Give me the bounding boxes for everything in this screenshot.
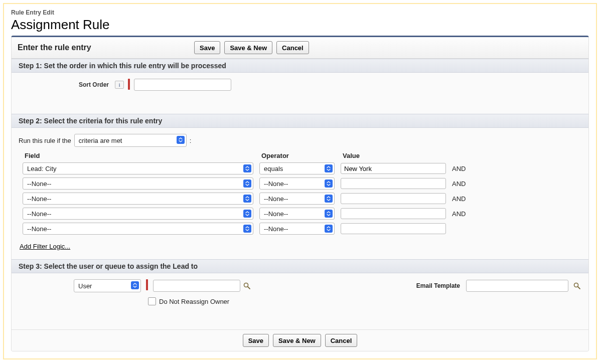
criteria-operator-select[interactable]: equals: [259, 162, 335, 174]
magnifier-icon[interactable]: [242, 281, 251, 290]
select-caret-icon: [243, 179, 251, 188]
step2-body: Run this rule if the criteria are met : …: [12, 128, 588, 259]
svg-line-3: [578, 287, 580, 289]
select-caret-icon: [243, 210, 251, 218]
column-field-header: Field: [23, 152, 253, 159]
svg-point-2: [574, 283, 578, 287]
criteria-operator-value: --None--: [264, 225, 288, 233]
criteria-headers: Field Operator Value: [19, 152, 581, 159]
logic-and: AND: [452, 195, 482, 203]
step1-body: Sort Order i: [12, 73, 588, 114]
required-indicator: [128, 79, 130, 90]
step2-header: Step 2: Select the criteria for this rul…: [12, 114, 588, 128]
select-caret-icon: [325, 210, 333, 218]
criteria-row: --None-- --None-- AND: [19, 193, 581, 205]
save-and-new-button-footer[interactable]: Save & New: [273, 334, 321, 347]
column-value-header: Value: [341, 152, 446, 159]
criteria-field-value: --None--: [27, 195, 51, 203]
assignment-rule-panel: Enter the rule entry Save Save & New Can…: [11, 36, 589, 351]
run-rule-prefix: Run this rule if the: [19, 137, 71, 144]
criteria-operator-select[interactable]: --None--: [259, 193, 335, 205]
sort-order-label: Sort Order: [79, 81, 109, 88]
svg-line-1: [248, 287, 250, 289]
criteria-field-select[interactable]: --None--: [23, 208, 253, 220]
page-title: Assignment Rule: [11, 17, 589, 33]
run-mode-value: criteria are met: [79, 137, 122, 144]
logic-and: AND: [452, 210, 482, 218]
sort-order-input[interactable]: [134, 79, 231, 91]
criteria-field-select[interactable]: --None--: [23, 193, 253, 205]
required-indicator: [146, 279, 148, 290]
cancel-button-footer[interactable]: Cancel: [325, 334, 358, 347]
magnifier-icon[interactable]: [572, 281, 581, 290]
step3-assign-row: User Email Template: [74, 279, 581, 292]
select-caret-icon: [325, 225, 333, 233]
criteria-row: --None-- --None-- AND: [19, 208, 581, 220]
assign-type-value: User: [78, 282, 92, 290]
save-button[interactable]: Save: [194, 41, 220, 54]
criteria-field-value: Lead: City: [27, 165, 57, 172]
select-caret-icon: [131, 281, 139, 289]
criteria-field-select[interactable]: --None--: [23, 223, 253, 235]
svg-point-0: [244, 283, 248, 287]
add-filter-logic-link[interactable]: Add Filter Logic...: [20, 243, 70, 250]
step3-header: Step 3: Select the user or queue to assi…: [12, 259, 588, 273]
criteria-field-select[interactable]: Lead: City: [23, 162, 253, 174]
criteria-operator-value: --None--: [264, 195, 288, 203]
criteria-operator-select[interactable]: --None--: [259, 223, 335, 235]
select-caret-icon: [325, 164, 333, 172]
criteria-field-value: --None--: [27, 180, 51, 188]
column-operator-header: Operator: [259, 152, 335, 159]
criteria-value-input[interactable]: [341, 178, 446, 189]
select-caret-icon: [325, 179, 333, 188]
criteria-row: --None-- --None--: [19, 223, 581, 235]
criteria-operator-select[interactable]: --None--: [259, 177, 335, 190]
save-button-footer[interactable]: Save: [243, 334, 269, 347]
criteria-field-select[interactable]: --None--: [23, 177, 253, 190]
select-caret-icon: [243, 195, 251, 203]
panel-title: Enter the rule entry: [18, 43, 188, 52]
breadcrumb: Rule Entry Edit: [11, 9, 589, 16]
criteria-value-input[interactable]: [341, 193, 446, 204]
criteria-row: --None-- --None-- AND: [19, 177, 581, 190]
criteria-row: Lead: City equals AND: [19, 162, 581, 174]
assign-value-input[interactable]: [153, 280, 240, 292]
do-not-reassign-row: Do Not Reassign Owner: [148, 297, 581, 320]
run-rule-row: Run this rule if the criteria are met :: [19, 134, 581, 147]
criteria-operator-value: --None--: [264, 180, 288, 188]
logic-and: AND: [452, 180, 482, 188]
criteria-operator-value: --None--: [264, 210, 288, 218]
info-icon[interactable]: i: [115, 81, 124, 89]
save-and-new-button[interactable]: Save & New: [224, 41, 272, 54]
select-caret-icon: [243, 225, 251, 233]
assign-value-group: [153, 280, 251, 292]
step3-body: User Email Template: [12, 273, 588, 329]
assign-type-select[interactable]: User: [74, 279, 141, 292]
select-caret-icon: [177, 136, 185, 144]
cancel-button[interactable]: Cancel: [276, 41, 309, 54]
logic-and: AND: [452, 165, 482, 172]
criteria-value-input[interactable]: [341, 163, 446, 174]
criteria-field-value: --None--: [27, 225, 51, 233]
criteria-value-input[interactable]: [341, 208, 446, 219]
panel-header: Enter the rule entry Save Save & New Can…: [12, 37, 588, 59]
do-not-reassign-checkbox[interactable]: [148, 297, 156, 305]
panel-footer: Save Save & New Cancel: [12, 329, 588, 351]
criteria-value-input[interactable]: [341, 223, 446, 234]
criteria-operator-select[interactable]: --None--: [259, 208, 335, 220]
run-mode-select[interactable]: criteria are met: [74, 134, 187, 147]
colon-label: :: [190, 137, 192, 144]
header-button-row: Save Save & New Cancel: [194, 41, 309, 54]
email-template-label: Email Template: [416, 282, 460, 289]
criteria-field-value: --None--: [27, 210, 51, 218]
step1-header: Step 1: Set the order in which this rule…: [12, 59, 588, 73]
sort-order-row: Sort Order i: [79, 79, 581, 105]
do-not-reassign-label: Do Not Reassign Owner: [159, 298, 229, 305]
email-template-group: Email Template: [416, 280, 581, 292]
criteria-operator-value: equals: [264, 165, 283, 172]
select-caret-icon: [325, 195, 333, 203]
select-caret-icon: [243, 164, 251, 172]
email-template-input[interactable]: [466, 280, 568, 292]
